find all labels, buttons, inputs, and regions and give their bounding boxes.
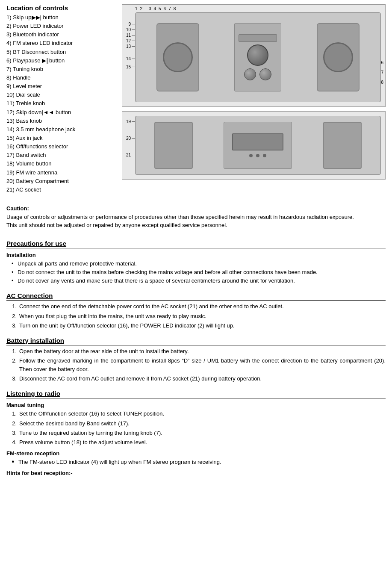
speaker-right-cone: [323, 42, 353, 72]
diagram-bottom: 19 20 21: [122, 111, 386, 180]
left-column: Location of controls 1) Skip up▶▶| butto…: [6, 4, 118, 194]
treble-knob: [244, 68, 256, 80]
page-title: Location of controls: [6, 4, 118, 12]
battery-heading: Battery installation: [6, 337, 386, 345]
controls-list: 1) Skip up▶▶| button2) Power LED indicat…: [6, 13, 118, 194]
fm-stereo-list: The FM-stereo LED indicator (4) will lig…: [6, 458, 386, 466]
tuning-knob: [247, 44, 268, 66]
control-item: 19) FM wire antenna: [6, 168, 118, 177]
rear-dot-3: [263, 154, 266, 157]
control-item: 5) BT Disconnect button: [6, 48, 118, 56]
control-item: 11) Treble knob: [6, 99, 118, 108]
ac-step-3: 3.Turn on the unit by Off/function selec…: [11, 321, 386, 330]
rear-center-panel: [224, 122, 292, 169]
rear-dot-1: [249, 154, 253, 157]
control-item: 10) Dial scale: [6, 91, 118, 99]
precautions-bullets: Unpack all parts and remove protective m…: [6, 259, 386, 285]
display-bar: [239, 34, 277, 42]
ac-step-2: 2.When you first plug the unit into the …: [11, 312, 386, 321]
top-num-6: 6: [164, 6, 166, 11]
speaker-left: [156, 23, 199, 91]
control-item: 8) Handle: [6, 74, 118, 82]
top-num-5: 5: [159, 6, 161, 11]
control-item: 13) Bass knob: [6, 117, 118, 125]
main-layout: Location of controls 1) Skip up▶▶| butto…: [6, 4, 386, 194]
top-numbers-row: 1 2 3 4 5 6 7 8: [135, 6, 176, 11]
speaker-right: [317, 23, 360, 91]
control-item: 17) Band switch: [6, 151, 118, 159]
ac-step-1: 1.Connect the one end of the detachable …: [11, 302, 386, 311]
rear-speaker-right: [323, 122, 362, 169]
control-item: 12) Skip down|◄◄ button: [6, 108, 118, 117]
battery-step-3: 3.Disconnect the AC cord from AC outlet …: [11, 374, 386, 383]
diagram-top: 1 2 3 4 5 6 7 8 9 10: [122, 4, 386, 107]
precaution-1: Unpack all parts and remove protective m…: [11, 259, 386, 268]
control-item: 1) Skip up▶▶| button: [6, 13, 118, 22]
precaution-3: Do not cover any vents and make sure tha…: [11, 277, 386, 285]
precautions-heading: Precautions for use: [6, 240, 386, 248]
top-num-4: 4: [153, 6, 156, 11]
right-column: 1 2 3 4 5 6 7 8 9 10: [122, 4, 386, 194]
radio-heading: Listening to radio: [6, 390, 386, 398]
ac-connection-list: 1.Connect the one end of the detachable …: [6, 302, 386, 330]
control-item: 6) Play/pause ▶‖button: [6, 56, 118, 65]
installation-sub: Installation: [6, 252, 386, 258]
caution-text-2: This unit should not be adjusted or repa…: [6, 221, 386, 230]
control-item: 9) Level meter: [6, 82, 118, 91]
control-item: 18) Volume button: [6, 159, 118, 168]
control-item: 21) AC socket: [6, 186, 118, 194]
battery-list: 1.Open the battery door at the rear side…: [6, 347, 386, 383]
precaution-2: Do not connect the unit to the mains bef…: [11, 268, 386, 277]
device-bottom-diagram: [135, 116, 381, 175]
control-item: 3) Bluetooth indicator: [6, 30, 118, 39]
rear-speaker-left: [154, 122, 193, 169]
top-num-2: 2: [140, 6, 143, 11]
control-item: 14) 3.5 mm headphone jack: [6, 125, 118, 134]
top-num-3: 3: [149, 6, 151, 11]
full-width-content: Caution: Usage of controls or adjustment…: [6, 194, 386, 476]
fm-bullet-1: The FM-stereo LED indicator (4) will lig…: [11, 458, 386, 466]
control-item: 4) FM stereo LED indicator: [6, 39, 118, 47]
manual-step-4: 4.Press volume button (18) to the adjust…: [11, 438, 386, 447]
control-item: 2) Power LED indicator: [6, 22, 118, 30]
control-item: 15) Aux in jack: [6, 134, 118, 142]
control-item: 16) Off/functions selector: [6, 142, 118, 151]
bass-knob: [259, 68, 271, 80]
manual-step-2: 2.Select the desired band by Band switch…: [11, 419, 386, 428]
top-num-8: 8: [174, 6, 176, 11]
battery-step-1: 1.Open the battery door at the rear side…: [11, 347, 386, 356]
rear-controls-row: [249, 154, 266, 157]
fm-stereo-sub: FM-stereo reception: [6, 450, 386, 457]
manual-step-3: 3.Tune to the required station by turnin…: [11, 429, 386, 437]
hints-sub: Hints for best reception:-: [6, 470, 386, 476]
manual-tuning-list: 1.Set the Off/function selector (16) to …: [6, 410, 386, 447]
small-knobs-row: [244, 68, 271, 80]
rear-display: [232, 133, 283, 150]
ac-connection-heading: AC Connection: [6, 292, 386, 301]
control-item: 20) Battery Compartment: [6, 177, 118, 186]
top-num-7: 7: [168, 6, 171, 11]
top-num-1: 1: [135, 6, 138, 11]
device-top-diagram: [135, 12, 381, 102]
caution-text-1: Usage of controls or adjustments or perf…: [6, 213, 386, 221]
manual-step-1: 1.Set the Off/function selector (16) to …: [11, 410, 386, 418]
speaker-left-cone: [163, 42, 193, 72]
control-item: 7) Tuning knob: [6, 65, 118, 74]
battery-step-2: 2.Follow the engraved marking in the com…: [11, 357, 386, 374]
caution-title: Caution:: [6, 205, 386, 212]
caution-section: Caution: Usage of controls or adjustment…: [6, 202, 386, 233]
top-num-spacer: [145, 6, 146, 11]
rear-dot-2: [256, 154, 259, 157]
center-panel: [234, 23, 281, 91]
manual-tuning-sub: Manual tuning: [6, 402, 386, 408]
